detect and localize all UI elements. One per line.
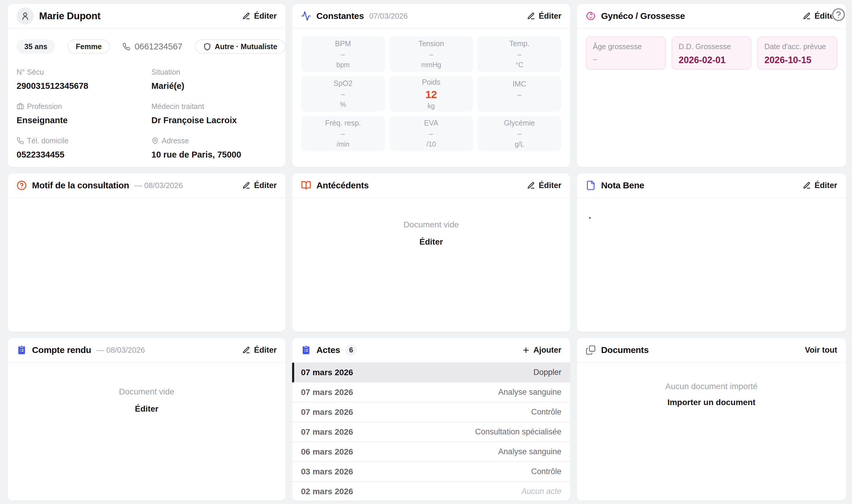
plus-icon (522, 346, 530, 354)
compte-rendu-date: — 08/03/2026 (96, 346, 145, 355)
empty-document-text: Document vide (404, 220, 459, 230)
nota-bene-card: Nota Bene Éditer . (576, 173, 846, 332)
motif-title: Motif de la consultation (32, 180, 129, 191)
field-adresse: Adresse 10 rue de Paris, 75000 (152, 137, 277, 160)
nota-bene-edit-button[interactable]: Éditer (803, 181, 837, 190)
shield-icon (203, 43, 211, 51)
empty-document-text: Document vide (119, 387, 175, 396)
documents-title: Documents (601, 345, 649, 355)
patient-badges: 35 ans Femme 0661234567 Autre · Mutualis… (17, 39, 277, 54)
pen-icon (242, 12, 250, 20)
patient-card: Marie Dupont Éditer 35 ans Femme 0661234… (7, 3, 286, 167)
field-tel-domicile: Tél. domicile 0522334455 (17, 137, 152, 160)
gyneco-card-header: Gynéco / Grossesse Éditer (577, 4, 846, 29)
phone-icon (17, 137, 24, 144)
antecedents-empty-edit-link[interactable]: Éditer (420, 237, 443, 247)
patient-fields: N° Sécu 290031512345678 Situation Marié(… (17, 68, 277, 160)
field-profession: Profession Enseignante (17, 102, 152, 125)
patient-edit-button[interactable]: Éditer (242, 12, 277, 21)
acte-row[interactable]: 07 mars 2026 Consultation spécialisée (292, 422, 570, 442)
book-open-icon (301, 180, 311, 191)
sex-badge: Femme (68, 39, 110, 54)
acte-row[interactable]: 07 mars 2026 Contrôle (292, 402, 570, 422)
patient-card-body: 35 ans Femme 0661234567 Autre · Mutualis… (8, 29, 286, 167)
vital-tile-eva: EVA – /10 (389, 116, 474, 151)
gyneco-tile-age-grossesse: Âge grossesse – (586, 36, 665, 70)
constantes-card-header: Constantes 07/03/2026 Éditer (292, 4, 570, 29)
gyneco-tiles: Âge grossesse – D.D. Grossesse 2026-02-0… (586, 36, 837, 70)
clipboard-list-icon (17, 345, 26, 355)
antecedents-card-header: Antécédents Éditer (292, 173, 570, 198)
clipboard-list-icon (301, 345, 311, 355)
motif-card-header: Motif de la consultation — 08/03/2026 Éd… (8, 173, 286, 198)
compte-rendu-card-header: Compte rendu — 08/03/2026 Éditer (8, 338, 286, 363)
actes-card-header: Actes 6 Ajouter (292, 338, 570, 363)
copy-icon (586, 345, 596, 355)
field-situation: Situation Marié(e) (152, 68, 277, 91)
pen-icon (242, 346, 250, 354)
vital-tile-poids: Poids 12 kg (389, 76, 474, 112)
field-num-secu: N° Sécu 290031512345678 (17, 68, 152, 91)
constantes-tiles: BPM – bpm Tension – mmHg Temp. – °C SpO2… (301, 36, 562, 151)
no-documents-text: Aucun document importé (665, 382, 758, 391)
map-pin-icon (152, 137, 159, 144)
age-badge: 35 ans (17, 39, 55, 54)
documents-view-all-link[interactable]: Voir tout (805, 346, 837, 355)
acte-row[interactable]: 06 mars 2026 Analyse sanguine (292, 442, 570, 462)
file-icon (586, 180, 596, 191)
motif-date: — 08/03/2026 (135, 181, 183, 190)
actes-title: Actes (316, 345, 340, 355)
circle-question-icon (832, 8, 846, 22)
dashboard-grid: Marie Dupont Éditer 35 ans Femme 0661234… (7, 3, 846, 501)
acte-row[interactable]: 07 mars 2026 Doppler (292, 363, 570, 383)
constantes-date: 07/03/2026 (369, 12, 408, 21)
acte-row[interactable]: 03 mars 2026 Contrôle (292, 462, 570, 482)
pen-icon (242, 181, 250, 190)
gyneco-tile-date-acc: Date d'acc. prévue 2026-10-15 (757, 36, 837, 70)
patient-card-header: Marie Dupont Éditer (8, 4, 286, 29)
baby-icon (586, 11, 596, 21)
vital-tile-freq-resp: Fréq. resp. – /min (301, 116, 385, 151)
nota-bene-card-header: Nota Bene Éditer (577, 173, 846, 198)
compte-rendu-edit-button[interactable]: Éditer (242, 346, 277, 355)
import-document-link[interactable]: Importer un document (668, 398, 756, 407)
activity-icon (301, 11, 311, 21)
user-icon (20, 11, 30, 21)
constantes-body: BPM – bpm Tension – mmHg Temp. – °C SpO2… (292, 29, 570, 159)
actes-card: Actes 6 Ajouter 07 mars 2026 Doppler 07 … (292, 338, 571, 501)
patient-phone-number: 0661234567 (135, 42, 182, 52)
vital-tile-bpm: BPM – bpm (301, 36, 385, 72)
help-button[interactable] (832, 8, 846, 22)
antecedents-edit-button[interactable]: Éditer (527, 181, 562, 190)
pen-icon (527, 12, 535, 20)
nota-bene-content: . (577, 198, 846, 221)
briefcase-icon (17, 103, 24, 110)
gyneco-body: Âge grossesse – D.D. Grossesse 2026-02-0… (577, 29, 846, 77)
compte-rendu-empty-edit-link[interactable]: Éditer (135, 404, 158, 414)
documents-card: Documents Voir tout Aucun document impor… (576, 338, 846, 501)
phone-icon (122, 43, 130, 51)
documents-empty-state: Aucun document importé Importer un docum… (577, 363, 846, 407)
actes-add-button[interactable]: Ajouter (522, 346, 562, 355)
vital-tile-imc: IMC – (477, 76, 562, 112)
gyneco-tile-dd-grossesse: D.D. Grossesse 2026-02-01 (672, 36, 751, 70)
field-medecin-traitant: Médecin traitant Dr Françoise Lacroix (152, 102, 277, 125)
motif-edit-button[interactable]: Éditer (242, 181, 277, 190)
constantes-card: Constantes 07/03/2026 Éditer BPM – bpm T… (292, 3, 571, 167)
patient-name: Marie Dupont (39, 11, 101, 22)
antecedents-card: Antécédents Éditer Document vide Éditer (292, 173, 571, 332)
acte-row-empty[interactable]: 02 mars 2026 Aucun acte (292, 482, 570, 501)
gyneco-card: Gynéco / Grossesse Éditer Âge grossesse … (576, 3, 846, 167)
pen-icon (803, 12, 811, 20)
compte-rendu-card: Compte rendu — 08/03/2026 Éditer Documen… (7, 338, 286, 501)
antecedents-title: Antécédents (316, 180, 369, 191)
compte-rendu-empty-state: Document vide Éditer (8, 363, 286, 414)
constantes-edit-button[interactable]: Éditer (527, 12, 562, 21)
constantes-title: Constantes (316, 11, 364, 21)
patient-phone: 0661234567 (122, 42, 182, 52)
vital-tile-spo2: SpO2 – % (301, 76, 385, 112)
motif-card: Motif de la consultation — 08/03/2026 Éd… (7, 173, 286, 332)
vital-tile-glycemie: Glycémie – g/L (477, 116, 562, 151)
acte-row[interactable]: 07 mars 2026 Analyse sanguine (292, 383, 570, 402)
poids-value: 12 (425, 89, 437, 100)
